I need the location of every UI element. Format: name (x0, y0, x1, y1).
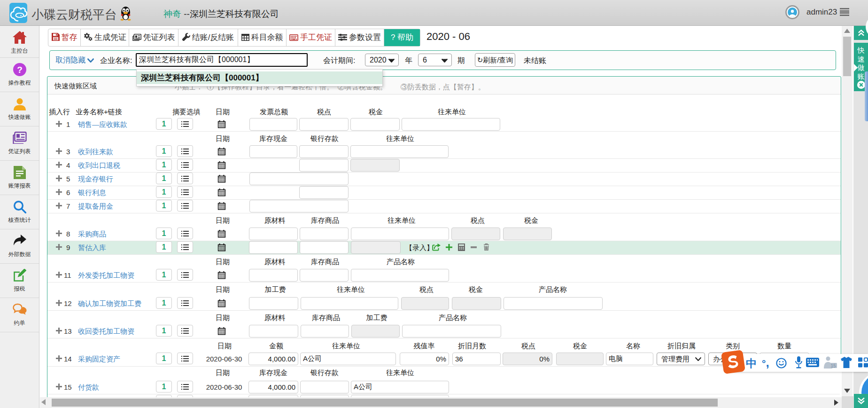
svg-text:?: ? (17, 65, 23, 75)
svg-text:15: 15 (830, 363, 836, 369)
